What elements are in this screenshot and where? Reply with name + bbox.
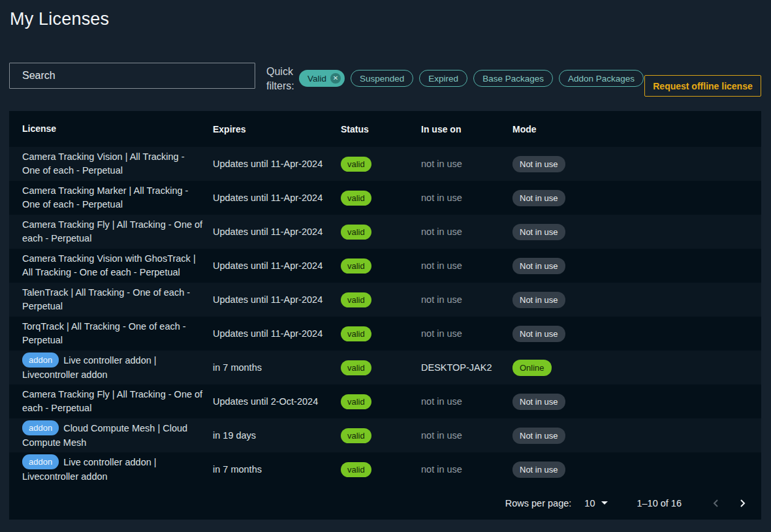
table-row[interactable]: Camera Tracking Marker | All Tracking - … — [9, 181, 761, 215]
mode-cell: Not in use — [512, 462, 748, 478]
status-badge: valid — [341, 258, 371, 274]
expires-cell: in 19 days — [213, 430, 341, 441]
table-row[interactable]: Camera Tracking Fly | All Tracking - One… — [9, 215, 761, 249]
table-row[interactable]: Camera Tracking Vision | All Tracking - … — [9, 147, 761, 181]
license-name: Camera Tracking Vision with GhosTrack | … — [22, 253, 196, 277]
status-cell: valid — [341, 258, 421, 274]
mode-cell: Online — [512, 360, 748, 376]
status-badge: valid — [341, 428, 371, 443]
status-badge: valid — [341, 292, 371, 307]
expires-cell: Updates until 2-Oct-2024 — [213, 396, 341, 407]
status-badge: valid — [341, 157, 371, 172]
mode-cell: Not in use — [512, 224, 748, 240]
status-cell: valid — [341, 292, 421, 307]
table-row[interactable]: TorqTrack | All Tracking - One of each -… — [9, 317, 761, 351]
license-cell: addonCloud Compute Mesh | Cloud Compute … — [22, 421, 213, 450]
table-body: Camera Tracking Vision | All Tracking - … — [9, 147, 761, 486]
in-use-on-cell: not in use — [421, 260, 512, 271]
status-cell: valid — [341, 157, 421, 172]
status-badge: valid — [341, 394, 371, 409]
table-row[interactable]: TalenTrack | All Tracking - One of each … — [9, 283, 761, 317]
table-row[interactable]: addonCloud Compute Mesh | Cloud Compute … — [9, 418, 761, 452]
mode-cell: Not in use — [512, 190, 748, 206]
column-header-status: Status — [341, 124, 421, 134]
addon-badge: addon — [22, 352, 59, 368]
chevron-left-icon — [712, 499, 721, 508]
license-cell: Camera Tracking Vision with GhosTrack | … — [22, 252, 213, 279]
expires-cell: in 7 months — [213, 362, 341, 373]
license-cell: Camera Tracking Fly | All Tracking - One… — [22, 218, 213, 245]
status-badge: valid — [341, 462, 371, 477]
mode-badge: Not in use — [512, 224, 565, 240]
remove-filter-icon[interactable]: ✕ — [330, 73, 341, 84]
pagination-range: 1–10 of 16 — [637, 498, 682, 509]
status-cell: valid — [341, 428, 421, 443]
license-cell: TorqTrack | All Tracking - One of each -… — [22, 320, 213, 347]
status-cell: valid — [341, 225, 421, 240]
status-cell: valid — [341, 360, 421, 375]
mode-cell: Not in use — [512, 394, 748, 410]
table-row[interactable]: addonLive controller addon | Livecontrol… — [9, 351, 761, 384]
filter-chip-valid-label: Valid — [307, 74, 326, 84]
rows-per-page-select[interactable]: 10 — [583, 495, 609, 511]
mode-cell: Not in use — [512, 258, 748, 274]
in-use-on-cell: not in use — [421, 396, 512, 407]
in-use-on-cell: not in use — [421, 159, 512, 169]
license-name: Camera Tracking Marker | All Tracking - … — [22, 185, 188, 210]
request-offline-license-button[interactable]: Request offline license — [644, 75, 761, 97]
mode-badge: Not in use — [512, 326, 565, 342]
mode-badge: Online — [512, 360, 552, 376]
previous-page-button[interactable] — [708, 495, 725, 512]
expires-cell: Updates until 11-Apr-2024 — [213, 328, 341, 339]
filter-chip-valid[interactable]: Valid ✕ — [299, 70, 345, 87]
page-title: My Licenses — [10, 9, 109, 29]
filter-chip-base-packages[interactable]: Base Packages — [473, 70, 553, 87]
license-name: Camera Tracking Fly | All Tracking - One… — [22, 219, 202, 243]
table-row[interactable]: Camera Tracking Fly | All Tracking - One… — [9, 384, 761, 418]
mode-badge: Not in use — [512, 462, 565, 478]
license-cell: Camera Tracking Vision | All Tracking - … — [22, 150, 213, 178]
mode-cell: Not in use — [512, 156, 748, 172]
license-cell: TalenTrack | All Tracking - One of each … — [22, 286, 213, 313]
license-cell: Camera Tracking Fly | All Tracking - One… — [22, 388, 213, 415]
license-name: Camera Tracking Fly | All Tracking - One… — [22, 389, 202, 413]
table-row[interactable]: addonLive controller addon | Livecontrol… — [9, 452, 761, 486]
license-cell: addonLive controller addon | Livecontrol… — [22, 353, 213, 382]
in-use-on-cell: not in use — [421, 193, 512, 203]
filter-chip-addon-packages[interactable]: Addon Packages — [559, 70, 644, 87]
status-badge: valid — [341, 191, 371, 206]
filter-chip-expired[interactable]: Expired — [419, 70, 467, 87]
mode-badge: Not in use — [512, 190, 565, 206]
in-use-on-cell: not in use — [421, 328, 512, 339]
rows-per-page-label: Rows per page: — [505, 498, 572, 509]
column-header-mode: Mode — [512, 124, 748, 134]
mode-badge: Not in use — [512, 292, 565, 308]
addon-badge: addon — [22, 454, 59, 469]
mode-badge: Not in use — [512, 156, 565, 172]
mode-badge: Not in use — [512, 394, 565, 410]
status-cell: valid — [341, 326, 421, 341]
in-use-on-cell: not in use — [421, 294, 512, 305]
filter-chip-suspended[interactable]: Suspended — [351, 70, 413, 87]
rows-per-page-value: 10 — [584, 498, 595, 509]
status-cell: valid — [341, 394, 421, 409]
in-use-on-cell: DESKTOP-JAK2 — [421, 362, 512, 373]
status-cell: valid — [341, 462, 421, 477]
next-page-button[interactable] — [734, 495, 751, 512]
status-badge: valid — [341, 360, 371, 375]
table-header: License Expires Status In use on Mode — [9, 111, 761, 147]
expires-cell: Updates until 11-Apr-2024 — [213, 294, 341, 305]
search-input[interactable] — [9, 63, 255, 89]
expires-cell: Updates until 11-Apr-2024 — [213, 227, 341, 237]
license-name: TalenTrack | All Tracking - One of each … — [22, 287, 190, 311]
license-name: TorqTrack | All Tracking - One of each -… — [22, 321, 186, 345]
license-cell: addonLive controller addon | Livecontrol… — [22, 455, 213, 484]
licenses-table: License Expires Status In use on Mode Ca… — [9, 111, 761, 520]
license-cell: Camera Tracking Marker | All Tracking - … — [22, 184, 213, 211]
in-use-on-cell: not in use — [421, 227, 512, 237]
status-badge: valid — [341, 225, 371, 240]
table-pagination: Rows per page: 10 1–10 of 16 — [9, 486, 761, 520]
status-badge: valid — [341, 326, 371, 341]
table-row[interactable]: Camera Tracking Vision with GhosTrack | … — [9, 249, 761, 283]
quick-filter-chips: Valid ✕ Suspended Expired Base Packages … — [299, 70, 644, 87]
